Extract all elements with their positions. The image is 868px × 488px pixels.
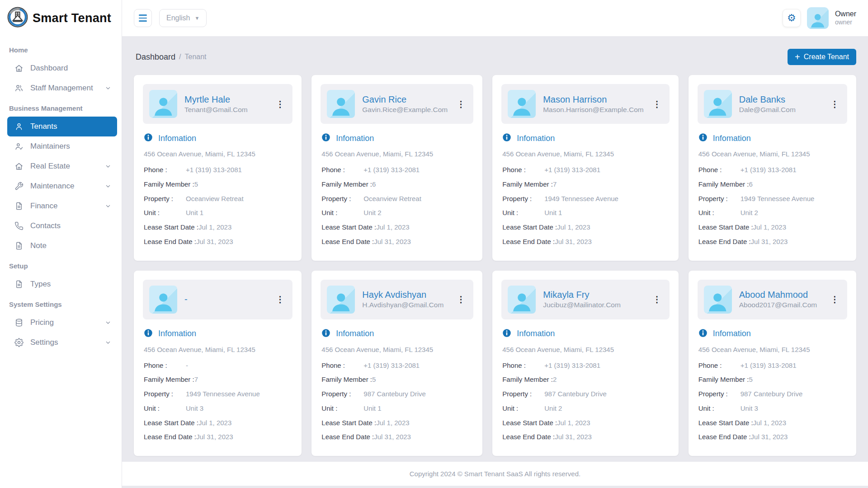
sidebar-item-note[interactable]: Note (0, 236, 122, 256)
breadcrumb-dashboard[interactable]: Dashboard (136, 52, 175, 62)
kebab-menu-icon[interactable]: ⋮ (829, 294, 841, 305)
information-row: Infomation (144, 328, 292, 339)
kebab-menu-icon[interactable]: ⋮ (651, 99, 663, 109)
tenant-card: Myrtle Hale Tenant@Gmail.Com ⋮ Infomatio… (134, 75, 302, 261)
property-row: Property : 987 Cantebury Drive (321, 389, 473, 399)
tenant-avatar (704, 286, 732, 314)
tenant-email: Mason.Harrison@Example.Com (543, 106, 643, 114)
create-tenant-button[interactable]: + Create Tenant (788, 49, 856, 65)
user-avatar[interactable] (807, 7, 829, 29)
tenant-name: Abood Mahmood (739, 290, 817, 300)
property-value: Oceanview Retreat (363, 194, 421, 203)
sidebar-item-staff-management[interactable]: Staff Management (0, 78, 122, 98)
lease-end-value: Jul 31, 2023 (196, 432, 233, 441)
lease-end-row: Lease End Date : Jul 31, 2023 (144, 432, 292, 441)
sidebar-item-maintainers[interactable]: Maintainers (0, 136, 122, 156)
tenant-address: 456 Ocean Avenue, Miami, FL 12345 (698, 346, 847, 353)
lease-start-row: Lease Start Date : Jul 1, 2023 (698, 418, 847, 427)
phone-row: Phone : +1 (319) 313-2081 (502, 361, 669, 370)
tenant-card-header: Mikayla Fry Jucibuz@Mailinator.Com ⋮ (501, 280, 669, 319)
user-check-icon (14, 142, 24, 151)
tenant-address: 456 Ocean Avenue, Miami, FL 12345 (502, 346, 669, 353)
kebab-menu-icon[interactable]: ⋮ (274, 294, 286, 305)
chevron-down-icon: ▼ (194, 15, 199, 21)
sidebar-item-label: Contacts (30, 221, 61, 230)
lease-end-label: Lease End Date : (502, 432, 555, 441)
kebab-menu-icon[interactable]: ⋮ (829, 99, 841, 109)
sidebar-item-pricing[interactable]: Pricing (0, 313, 122, 333)
content-area: Dashboard / Tenant + Create Tenant Myrtl… (122, 36, 868, 462)
breadcrumb-separator: / (179, 53, 181, 61)
phone-row: Phone : - (144, 361, 292, 370)
sidebar-toggle-button[interactable] (134, 9, 152, 27)
sidebar-section-label: Setup (0, 256, 122, 274)
sidebar-section-label: Business Management (0, 98, 122, 117)
phone-row: Phone : +1 (319) 313-2081 (144, 165, 292, 174)
sidebar-item-settings[interactable]: Settings (0, 333, 122, 352)
tenant-name: Mikayla Fry (543, 290, 621, 300)
information-row: Infomation (698, 133, 847, 144)
phone-icon (14, 221, 24, 230)
information-label: Infomation (158, 134, 196, 143)
kebab-menu-icon[interactable]: ⋮ (455, 294, 467, 305)
lease-end-row: Lease End Date : Jul 31, 2023 (502, 432, 669, 441)
user-meta: Owner owner (835, 9, 856, 27)
sidebar-item-maintenance[interactable]: Maintenance (0, 176, 122, 196)
family-member-value: 2 (553, 375, 557, 384)
family-member-label: Family Member : (321, 180, 372, 189)
wrench-icon (14, 182, 24, 191)
phone-row: Phone : +1 (319) 313-2081 (698, 361, 847, 370)
unit-value: Unit 2 (544, 404, 562, 413)
sidebar-item-contacts[interactable]: Contacts (0, 216, 122, 236)
sidebar-item-types[interactable]: Types (0, 274, 122, 294)
sidebar-item-real-estate[interactable]: Real Estate (0, 156, 122, 176)
sidebar-item-tenants[interactable]: Tenants (7, 117, 117, 136)
family-member-label: Family Member : (698, 180, 749, 189)
footer: Copyright 2024 © Smart Tenant SaaS All r… (122, 462, 868, 486)
tenant-name: Gavin Rice (362, 94, 448, 105)
lease-end-row: Lease End Date : Jul 31, 2023 (698, 237, 847, 246)
lease-start-label: Lease Start Date : (321, 418, 376, 427)
lease-start-label: Lease Start Date : (144, 223, 198, 232)
file-icon (14, 202, 24, 211)
sidebar-item-dashboard[interactable]: Dashboard (0, 58, 122, 78)
property-row: Property : Oceanview Retreat (321, 194, 473, 203)
property-row: Property : Oceanview Retreat (144, 194, 292, 203)
lease-start-row: Lease Start Date : Jul 1, 2023 (321, 418, 473, 427)
user-icon (14, 122, 24, 131)
unit-label: Unit : (502, 404, 544, 413)
kebab-menu-icon[interactable]: ⋮ (651, 294, 663, 305)
settings-button[interactable]: ⚙ (783, 9, 801, 27)
phone-label: Phone : (698, 361, 741, 370)
info-icon (698, 328, 708, 339)
property-row: Property : 1949 Tennessee Avenue (502, 194, 669, 203)
information-label: Infomation (336, 134, 374, 143)
topbar: English ▼ ⚙ Owner owner (122, 0, 868, 36)
unit-label: Unit : (502, 208, 544, 217)
sidebar-item-label: Maintainers (30, 142, 70, 151)
lease-end-label: Lease End Date : (698, 432, 751, 441)
property-row: Property : 1949 Tennessee Avenue (698, 194, 847, 203)
sidebar-item-label: Maintenance (30, 182, 74, 191)
info-icon (144, 133, 153, 144)
kebab-menu-icon[interactable]: ⋮ (455, 99, 467, 109)
kebab-menu-icon[interactable]: ⋮ (274, 99, 286, 109)
property-value: 987 Cantebury Drive (741, 389, 803, 399)
tenant-address: 456 Ocean Avenue, Miami, FL 12345 (144, 150, 292, 158)
phone-value: +1 (319) 313-2081 (741, 361, 797, 370)
tenant-card: Hayk Avdishyan H.Avdishyan@Gmail.Com ⋮ I… (311, 271, 482, 456)
plus-icon: + (795, 52, 800, 61)
sidebar-item-finance[interactable]: Finance (0, 196, 122, 216)
lease-start-row: Lease Start Date : Jul 1, 2023 (321, 223, 473, 232)
information-label: Infomation (713, 329, 751, 338)
lease-start-value: Jul 1, 2023 (557, 418, 590, 427)
tenant-identity: Myrtle Hale Tenant@Gmail.Com (184, 94, 248, 114)
phone-label: Phone : (321, 165, 363, 174)
lease-end-row: Lease End Date : Jul 31, 2023 (144, 237, 292, 246)
language-dropdown[interactable]: English ▼ (159, 9, 207, 27)
tenant-avatar (149, 90, 177, 118)
tenant-email: Abood2017@Gmail.Com (739, 301, 817, 309)
sidebar-item-label: Tenants (30, 122, 57, 131)
tenant-card-header: - ⋮ (143, 280, 292, 319)
tenant-card-header: Gavin Rice Gavin.Rice@Example.Com ⋮ (321, 84, 473, 124)
